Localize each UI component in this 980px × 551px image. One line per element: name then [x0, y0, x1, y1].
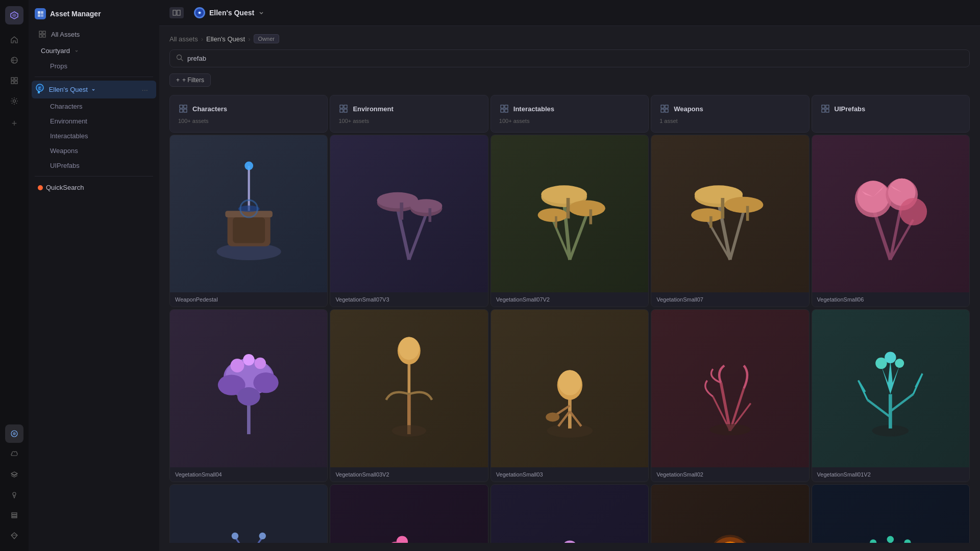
- filters-button[interactable]: + + Filters: [169, 73, 211, 87]
- svg-rect-39: [344, 109, 347, 112]
- asset-card-veg-medium01[interactable]: VegetationMedium01: [491, 484, 649, 543]
- sidebar-child-uiprefabs[interactable]: UIPrefabs: [32, 159, 156, 172]
- layers-icon[interactable]: [5, 465, 23, 484]
- sidebar-item-quicksearch[interactable]: QuickSearch: [32, 180, 156, 195]
- add-plus-icon[interactable]: +: [5, 114, 23, 133]
- brush-icon[interactable]: [5, 486, 23, 504]
- svg-rect-54: [233, 217, 265, 242]
- svg-rect-67: [429, 208, 432, 222]
- svg-rect-37: [344, 105, 347, 108]
- asset-card-switch[interactable]: Switch: [651, 484, 809, 543]
- veg-small02-name: VegetationSmall02: [651, 467, 808, 482]
- sidebar-child-characters[interactable]: Characters: [32, 99, 156, 113]
- svg-rect-12: [12, 515, 17, 516]
- panel-toggle-button[interactable]: [169, 7, 184, 18]
- asset-card-veg-medium03[interactable]: VegetationMedium03: [169, 484, 328, 543]
- asset-card-veg-small06[interactable]: VegetationSmall06: [812, 135, 970, 307]
- svg-point-103: [237, 387, 260, 406]
- category-characters-header: Characters: [178, 104, 319, 114]
- sphere-icon[interactable]: [5, 51, 23, 69]
- weapons-category-icon: [659, 104, 670, 114]
- svg-rect-85: [721, 198, 724, 218]
- sidebar-item-ellens-quest[interactable]: E Ellen's Quest ···: [32, 81, 156, 98]
- project-selector[interactable]: Ellen's Quest: [190, 5, 268, 20]
- interactables-count: 100+ assets: [499, 118, 640, 124]
- asset-card-veg-small01v2[interactable]: VegetationSmall01V2: [812, 309, 970, 482]
- sidebar-child-weapons[interactable]: Weapons: [32, 144, 156, 158]
- asset-card-veg-medium02[interactable]: VegetationMedium02: [330, 484, 488, 543]
- uiprefabs-label: UIPrefabs: [50, 162, 80, 169]
- stack-icon[interactable]: [5, 506, 23, 524]
- topbar: Ellen's Quest: [159, 0, 980, 26]
- owner-badge[interactable]: Owner: [254, 34, 279, 43]
- category-card-uiprefabs[interactable]: UIPrefabs: [812, 95, 970, 133]
- veg-small01v2-thumb: [812, 310, 969, 467]
- svg-point-119: [546, 413, 559, 422]
- svg-point-183: [887, 536, 894, 542]
- sidebar-item-all-assets[interactable]: All Assets: [32, 26, 156, 42]
- asset-card-veg-small03[interactable]: VegetationSmall03: [491, 309, 649, 482]
- svg-rect-6: [15, 81, 17, 84]
- characters-count: 100+ assets: [178, 118, 319, 124]
- svg-rect-27: [177, 10, 180, 15]
- panel-toggle-icon: [173, 10, 181, 16]
- svg-rect-49: [826, 105, 829, 108]
- cloud-icon[interactable]: [5, 445, 23, 463]
- asset-card-spitter-ragdoll[interactable]: SpitterRagdoll: [812, 484, 970, 543]
- svg-rect-75: [566, 198, 570, 218]
- category-card-characters[interactable]: Characters 100+ assets: [169, 95, 328, 133]
- gem-icon[interactable]: [5, 527, 23, 545]
- svg-rect-23: [43, 35, 45, 37]
- svg-point-140: [232, 532, 238, 539]
- grid-nav-icon[interactable]: [5, 71, 23, 90]
- courtyard-label: Courtyard: [41, 47, 70, 55]
- asset-card-veg-small02[interactable]: VegetationSmall02: [651, 309, 809, 482]
- category-card-interactables[interactable]: Interactables 100+ assets: [491, 95, 649, 133]
- interactables-label: Interactables: [50, 132, 88, 140]
- breadcrumb-sep-2: ›: [248, 35, 250, 43]
- svg-rect-18: [38, 14, 40, 17]
- uiprefabs-category-icon: [820, 104, 830, 114]
- asset-card-weapon-pedestal[interactable]: WeaponPedestal: [169, 135, 328, 307]
- ellens-quest-dot: E: [38, 86, 40, 93]
- environment-category-title: Environment: [353, 105, 393, 113]
- filters-label: + Filters: [182, 77, 204, 84]
- svg-line-31: [181, 59, 183, 61]
- breadcrumb-all-assets[interactable]: All assets: [169, 35, 198, 43]
- category-card-environment[interactable]: Environment 100+ assets: [330, 95, 488, 133]
- breadcrumb-sep-1: ›: [201, 35, 203, 43]
- sidebar-child-props[interactable]: Props: [32, 59, 156, 73]
- breadcrumb-ellens-quest[interactable]: Ellen's Quest: [206, 35, 245, 43]
- svg-rect-33: [184, 105, 187, 108]
- svg-rect-41: [505, 105, 508, 108]
- category-environment-header: Environment: [338, 104, 479, 114]
- svg-line-127: [868, 400, 891, 417]
- svg-rect-77: [555, 216, 557, 228]
- veg-small07v2-name: VegetationSmall07V2: [491, 292, 648, 307]
- sidebar-child-environment[interactable]: Environment: [32, 114, 156, 128]
- svg-line-79: [730, 210, 744, 259]
- app-logo-icon[interactable]: [5, 6, 23, 24]
- environment-label: Environment: [50, 117, 87, 125]
- characters-category-icon: [178, 104, 188, 114]
- home-icon[interactable]: [5, 31, 23, 49]
- characters-category-title: Characters: [192, 105, 227, 113]
- main-panel: Ellen's Quest All assets › Ellen's Quest…: [159, 0, 980, 551]
- asset-card-veg-small03v2[interactable]: VegetationSmall03V2: [330, 309, 488, 482]
- sidebar-item-courtyard[interactable]: Courtyard: [32, 43, 156, 58]
- asset-card-veg-small07v2[interactable]: VegetationSmall07V2: [491, 135, 649, 307]
- settings-icon[interactable]: [5, 92, 23, 110]
- asset-card-veg-small07v3[interactable]: VegetationSmall07V3: [330, 135, 488, 307]
- asset-manager-icon: [35, 8, 46, 19]
- search-input[interactable]: [187, 55, 963, 62]
- svg-rect-38: [340, 109, 343, 112]
- sidebar-child-interactables[interactable]: Interactables: [32, 129, 156, 143]
- paint-icon[interactable]: [5, 424, 23, 443]
- category-card-weapons[interactable]: Weapons 1 asset: [651, 95, 809, 133]
- environment-count: 100+ assets: [338, 118, 479, 124]
- ellens-quest-more-icon[interactable]: ···: [139, 84, 150, 95]
- quicksearch-dot: [38, 185, 43, 190]
- asset-card-veg-small07[interactable]: VegetationSmall07: [651, 135, 809, 307]
- asset-card-veg-small04[interactable]: VegetationSmall04: [169, 309, 328, 482]
- svg-point-9: [13, 432, 16, 435]
